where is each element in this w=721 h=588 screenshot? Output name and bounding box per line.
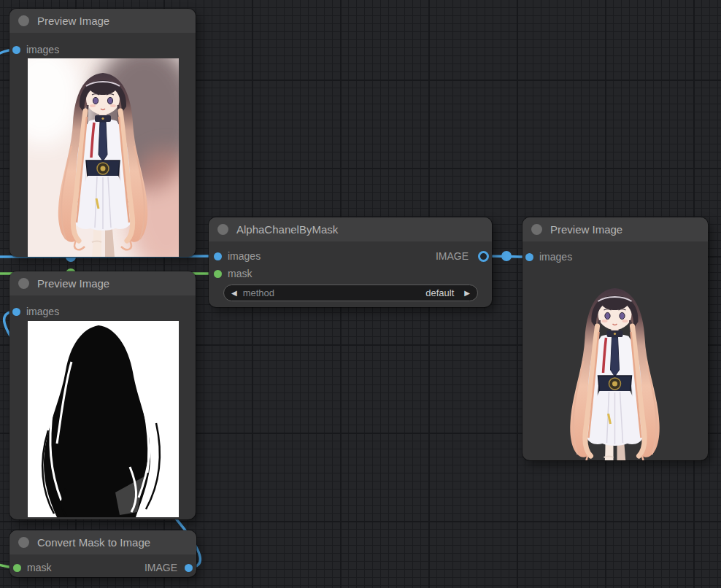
combo-value: default <box>425 287 454 298</box>
node-convert-mask-to-image[interactable]: Convert Mask to Image mask IMAGE <box>9 530 196 577</box>
node-alphachanelbymask[interactable]: AlphaChanelByMask images mask IMAGE ◀ me… <box>209 217 492 307</box>
combo-next-arrow-icon[interactable]: ▶ <box>464 285 470 301</box>
method-combo-widget[interactable]: ◀ method default ▶ <box>223 285 478 301</box>
collapse-dot-icon[interactable] <box>217 224 228 235</box>
node-title: Preview Image <box>550 223 622 236</box>
input-slot-label: images <box>26 44 59 55</box>
output-slot-label: IMAGE <box>144 562 177 573</box>
output-slot-image[interactable] <box>478 251 489 262</box>
preview-image-girl-transparent[interactable] <box>539 274 692 460</box>
collapse-dot-icon[interactable] <box>18 537 29 548</box>
combo-label: method <box>243 287 420 298</box>
input-slot-label: images <box>539 251 572 263</box>
node-preview-image-mask[interactable]: Preview Image images <box>9 271 196 519</box>
node-preview-image-result[interactable]: Preview Image images <box>523 217 708 460</box>
output-slot-label: IMAGE <box>436 250 469 262</box>
input-slot-images[interactable] <box>214 252 222 260</box>
node-titlebar[interactable]: Convert Mask to Image <box>9 530 196 554</box>
input-slot-images[interactable] <box>12 46 20 54</box>
input-slot-label: images <box>228 250 261 262</box>
node-title: Preview Image <box>37 277 109 290</box>
input-slot-label: images <box>26 306 59 317</box>
node-titlebar[interactable]: Preview Image <box>523 217 708 241</box>
input-slot-mask[interactable] <box>13 564 21 572</box>
node-graph-canvas[interactable]: Preview Image images Preview Image image… <box>0 0 721 588</box>
collapse-dot-icon[interactable] <box>18 15 29 26</box>
node-preview-image-top[interactable]: Preview Image images <box>9 9 196 257</box>
collapse-dot-icon[interactable] <box>18 278 29 289</box>
input-slot-mask[interactable] <box>214 270 222 278</box>
collapse-dot-icon[interactable] <box>531 224 542 235</box>
preview-image-silhouette[interactable] <box>28 321 179 517</box>
link-midpoint-dot[interactable] <box>501 251 512 261</box>
input-slot-images[interactable] <box>12 308 20 316</box>
preview-image-girl[interactable] <box>28 58 179 257</box>
node-titlebar[interactable]: Preview Image <box>9 271 196 295</box>
combo-prev-arrow-icon[interactable]: ◀ <box>231 285 237 301</box>
node-title: Convert Mask to Image <box>37 536 150 549</box>
node-titlebar[interactable]: Preview Image <box>9 9 196 33</box>
output-slot-image[interactable] <box>185 564 193 572</box>
input-slot-label: mask <box>27 562 51 573</box>
input-slot-label: mask <box>228 268 252 279</box>
node-titlebar[interactable]: AlphaChanelByMask <box>209 217 492 241</box>
node-title: AlphaChanelByMask <box>236 223 338 236</box>
node-title: Preview Image <box>37 15 109 27</box>
input-slot-images[interactable] <box>525 253 533 261</box>
